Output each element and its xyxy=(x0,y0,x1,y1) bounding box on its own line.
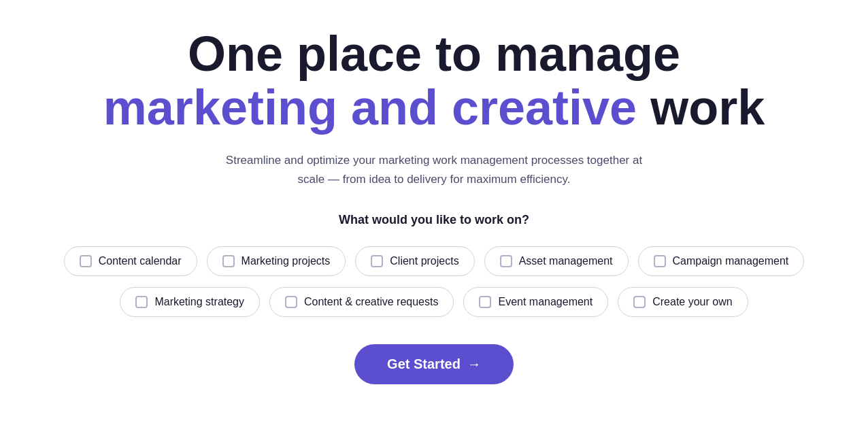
checkbox-event-management xyxy=(479,296,491,308)
options-row-2: Marketing strategy Content & creative re… xyxy=(120,287,748,317)
option-marketing-projects[interactable]: Marketing projects xyxy=(207,246,346,276)
option-client-projects[interactable]: Client projects xyxy=(355,246,474,276)
headline-line1: One place to manage xyxy=(103,27,765,81)
option-label-campaign-management: Campaign management xyxy=(673,255,789,267)
option-label-content-creative-requests: Content & creative requests xyxy=(304,296,438,308)
get-started-button[interactable]: Get Started → xyxy=(354,344,514,384)
option-campaign-management[interactable]: Campaign management xyxy=(638,246,805,276)
options-row-1: Content calendar Marketing projects Clie… xyxy=(64,246,805,276)
options-container: Content calendar Marketing projects Clie… xyxy=(26,246,842,317)
checkbox-asset-management xyxy=(500,255,512,267)
checkbox-marketing-projects xyxy=(222,255,235,267)
option-content-calendar[interactable]: Content calendar xyxy=(64,246,197,276)
headline-end: work xyxy=(637,80,765,135)
question-text: What would you like to work on? xyxy=(339,213,529,227)
checkbox-marketing-strategy xyxy=(135,296,148,308)
option-label-asset-management: Asset management xyxy=(519,255,613,267)
subtitle-text: Streamline and optimize your marketing w… xyxy=(223,151,645,188)
headline-accent: marketing and creative xyxy=(103,80,637,135)
option-marketing-strategy[interactable]: Marketing strategy xyxy=(120,287,260,317)
checkbox-content-creative-requests xyxy=(285,296,297,308)
option-label-marketing-projects: Marketing projects xyxy=(241,255,331,267)
checkbox-client-projects xyxy=(371,255,383,267)
checkbox-create-your-own xyxy=(633,296,646,308)
get-started-label: Get Started xyxy=(387,356,461,372)
option-event-management[interactable]: Event management xyxy=(463,287,608,317)
option-create-your-own[interactable]: Create your own xyxy=(618,287,748,317)
headline-line2: marketing and creative work xyxy=(103,81,765,135)
arrow-icon: → xyxy=(467,356,481,372)
option-label-marketing-strategy: Marketing strategy xyxy=(154,296,244,308)
option-label-create-your-own: Create your own xyxy=(652,296,732,308)
option-asset-management[interactable]: Asset management xyxy=(484,246,629,276)
main-headline: One place to manage marketing and creati… xyxy=(103,27,765,135)
option-label-content-calendar: Content calendar xyxy=(99,255,182,267)
option-content-creative-requests[interactable]: Content & creative requests xyxy=(269,287,454,317)
option-label-client-projects: Client projects xyxy=(390,255,458,267)
checkbox-content-calendar xyxy=(80,255,92,267)
option-label-event-management: Event management xyxy=(498,296,592,308)
checkbox-campaign-management xyxy=(654,255,666,267)
